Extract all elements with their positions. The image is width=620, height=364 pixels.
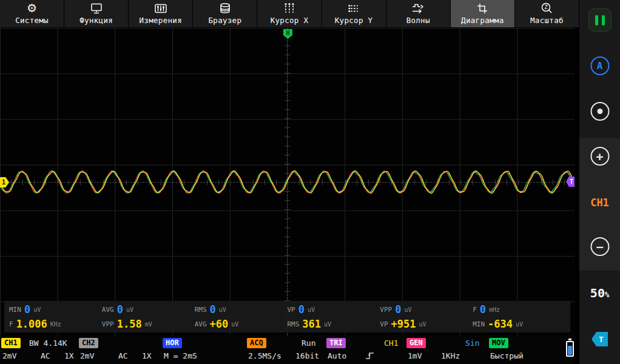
- measure-cell-vpp1: VPP 0 uV: [380, 302, 473, 317]
- measure-label: F: [9, 320, 13, 328]
- measure-value: 0: [480, 303, 486, 315]
- top-menu-bar: ⚙ Системы Функция Измерения Браузер Курс…: [0, 0, 579, 28]
- bit-depth: 16bit: [295, 351, 319, 360]
- tab-label: Курсор X: [271, 16, 309, 25]
- zoom-z-icon: Z: [541, 2, 553, 14]
- waves-icon: [412, 2, 424, 14]
- ch1-bandwidth: BW 4.14K: [29, 339, 67, 348]
- measure-value: 0: [395, 303, 401, 315]
- ch1-probe: 1X: [64, 351, 74, 360]
- tab-diagram[interactable]: Диаграмма: [451, 0, 515, 27]
- active-channel-label[interactable]: CH1: [590, 197, 609, 209]
- tab-cursor-y[interactable]: Курсор Y: [322, 0, 386, 27]
- measure-label: VPP: [102, 320, 114, 328]
- measure-value: 0: [117, 303, 123, 315]
- measure-unit: mHz: [489, 306, 500, 313]
- run-pause-button[interactable]: [588, 8, 612, 32]
- tab-function[interactable]: Функция: [64, 0, 129, 27]
- move-badge[interactable]: MOV: [489, 338, 508, 348]
- measure-label: RMS: [195, 306, 207, 314]
- battery-fill: [568, 346, 572, 355]
- measure-unit: uV: [419, 321, 426, 328]
- measure-unit: uV: [33, 306, 41, 313]
- generator-waveform: Sin: [465, 339, 479, 348]
- acquire-badge[interactable]: ACQ: [247, 338, 266, 348]
- measure-value: 1.006: [16, 318, 47, 330]
- measure-unit: mV: [145, 321, 152, 328]
- tab-browser[interactable]: Браузер: [193, 0, 257, 27]
- measure-value: +951: [391, 318, 416, 330]
- ch2-probe: 1X: [142, 351, 152, 360]
- right-sidebar: A CH1 50% T: [579, 0, 620, 364]
- record-button[interactable]: [590, 102, 609, 121]
- measure-label: VP: [380, 320, 388, 328]
- pause-icon: [595, 15, 598, 25]
- measure-unit: uV: [231, 321, 238, 328]
- ch1-badge[interactable]: CH1: [1, 338, 21, 348]
- pause-icon: [602, 15, 605, 25]
- horizontal-badge[interactable]: HOR: [163, 338, 182, 348]
- generator-frequency: 1KHz: [441, 351, 460, 360]
- zoom-out-button[interactable]: [590, 237, 609, 256]
- measure-unit: uV: [126, 306, 133, 313]
- trigger-badge[interactable]: TRI: [326, 338, 346, 348]
- tab-label: Курсор Y: [335, 16, 373, 25]
- measure-label: VP: [287, 306, 295, 314]
- cursor-x-icon: [284, 2, 295, 14]
- tab-label: Измерения: [140, 16, 182, 25]
- measure-unit: uV: [219, 306, 226, 313]
- measure-cell-min1: MIN 0 uV: [9, 302, 102, 317]
- tab-scale[interactable]: Z Масштаб: [515, 0, 579, 27]
- gear-icon: ⚙: [27, 2, 37, 14]
- monitor-icon: [90, 2, 103, 14]
- ch2-badge[interactable]: CH2: [79, 338, 98, 348]
- measure-label: MIN: [473, 320, 485, 328]
- ch2-coupling: AC: [118, 351, 128, 360]
- measure-cell-vp2: VP +951 uV: [380, 317, 473, 331]
- measure-value: 1.58: [117, 318, 142, 330]
- measure-cell-f2: F 1.006 KHz: [9, 317, 102, 331]
- measure-value: +60: [210, 318, 229, 330]
- measure-unit: uV: [404, 306, 411, 313]
- measure-value: 361: [302, 318, 321, 330]
- waveform-svg: [0, 28, 575, 335]
- database-icon: [220, 2, 231, 14]
- zoom-level: 50%: [590, 286, 609, 300]
- svg-text:Z: Z: [544, 4, 548, 10]
- measure-cell-min2: MIN -634 uV: [473, 317, 565, 331]
- tab-label: Диаграмма: [461, 16, 504, 25]
- tab-label: Функция: [79, 16, 113, 25]
- measure-value: 0: [24, 303, 30, 315]
- zoom-in-button[interactable]: [590, 147, 609, 166]
- ch1-coupling: AC: [41, 351, 50, 360]
- run-state: Run: [302, 339, 315, 348]
- measure-value: 0: [210, 303, 216, 315]
- move-mode: Быстрый: [490, 351, 524, 360]
- generator-badge[interactable]: GEN: [406, 338, 426, 348]
- measure-label: AVG: [195, 320, 207, 328]
- measure-label: RMS: [287, 320, 299, 328]
- battery-icon: [566, 341, 574, 357]
- measure-cell-rms2: RMS 361 uV: [287, 317, 380, 331]
- measure-label: VPP: [380, 306, 392, 314]
- rising-edge-icon: [365, 351, 375, 362]
- timebase-value: M = 2mS: [164, 351, 197, 360]
- ch2-scale: 2mV: [80, 351, 94, 360]
- measurement-panel: MIN 0 uV AVG 0 uV RMS 0 uV VP 0 uV VPP 0…: [4, 301, 570, 332]
- auto-setup-button[interactable]: A: [590, 56, 609, 75]
- scope-display[interactable]: H T 1 MIN 0 uV AVG 0 uV RMS 0 uV VP 0 uV…: [0, 28, 575, 335]
- measure-cell-avg2: AVG +60 uV: [195, 317, 288, 331]
- trigger-menu-button[interactable]: T: [591, 332, 608, 346]
- measure-cell-rms1: RMS 0 uV: [195, 302, 288, 317]
- tab-systems[interactable]: ⚙ Системы: [0, 0, 64, 27]
- tab-cursor-x[interactable]: Курсор X: [257, 0, 322, 27]
- tab-label: Браузер: [208, 16, 241, 25]
- generator-amplitude: 1mV: [408, 351, 422, 360]
- tab-label: Масштаб: [530, 16, 564, 25]
- measure-unit: uV: [516, 321, 523, 328]
- record-dot-icon: [597, 109, 602, 114]
- tab-measurements[interactable]: Измерения: [129, 0, 193, 27]
- tab-waves[interactable]: Волны: [386, 0, 451, 27]
- cursor-y-icon: [348, 2, 359, 14]
- measure-unit: uV: [308, 306, 315, 313]
